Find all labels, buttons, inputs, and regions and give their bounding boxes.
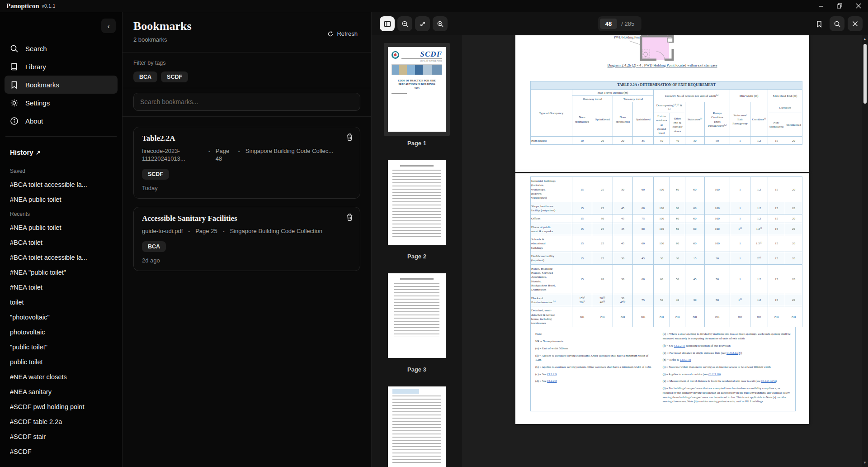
table-row: Healthcare facility (inpatient)152530453… — [531, 252, 802, 265]
bullet-separator: • — [238, 148, 240, 154]
pdf-clause-link[interactable]: Cl.2.2.9 — [547, 372, 557, 376]
thumbnail-page-2[interactable]: Page 2 — [384, 156, 450, 260]
history-item[interactable]: "public toilet" — [10, 343, 112, 351]
pdf-clause-link[interactable]: Cl.2.2.8 — [547, 379, 557, 382]
history-item[interactable]: #BCA toilet accessible la... — [10, 254, 112, 261]
scroll-down-arrow-icon[interactable]: ▼ — [863, 461, 867, 465]
scdf-tagline: The Life Saving Force — [401, 58, 442, 62]
history-item[interactable]: #BCA toilet — [10, 239, 112, 246]
thumbnail-page-1[interactable]: SCDF The Life Saving Force CODE OF PRACT… — [384, 43, 450, 147]
close-viewer-button[interactable] — [848, 16, 863, 31]
page-indicator: 48 / 285 — [598, 16, 642, 31]
history-item[interactable]: #SCDF pwd holding point — [10, 403, 112, 410]
pdf-clause-link[interactable]: Cl.2.3.10 — [708, 372, 720, 376]
zoom-out-icon — [401, 20, 409, 28]
close-window-button[interactable] — [849, 0, 868, 12]
tag-filter-chip[interactable]: BCA — [133, 71, 157, 82]
sidebar-collapse-button[interactable]: ‹ — [101, 19, 116, 33]
table-row: High hazard102020355040305011.21520 — [531, 136, 802, 144]
bookmark-tag[interactable]: SCDF — [142, 169, 169, 180]
bookmark-icon — [816, 20, 823, 28]
pdf-clause-link[interactable]: Cl.2.2.15 — [674, 344, 685, 347]
history-item[interactable]: #NEA "public toilet" — [10, 269, 112, 276]
app-title: Panopticon — [6, 2, 39, 10]
history-item[interactable]: #BCA toilet accessible la... — [10, 181, 112, 188]
search-bookmarks-input[interactable] — [133, 93, 360, 111]
bullet-separator: • — [188, 228, 190, 234]
book-icon — [10, 62, 19, 71]
bookmark-card[interactable]: Table2.2A firecode-2023-111220241013... … — [133, 127, 360, 199]
bookmark-filename: firecode-2023-111220241013... — [142, 148, 203, 163]
sidebar-item-label: About — [25, 117, 43, 125]
history-item[interactable]: photovoltaic — [10, 329, 112, 336]
zoom-in-icon — [437, 20, 444, 28]
table-row: Blocks of flats/maisonettes ⁽ᵏ⁾15⁽ᵍ⁾ 20⁽… — [531, 294, 802, 306]
sidebar-item-bookmarks[interactable]: Bookmarks — [5, 76, 118, 94]
toggle-thumbnails-button[interactable] — [380, 16, 395, 31]
sidebar-item-about[interactable]: About — [5, 112, 118, 130]
zoom-in-button[interactable] — [433, 16, 448, 31]
bookmark-page-button[interactable] — [811, 16, 826, 31]
sidebar-item-settings[interactable]: Settings — [5, 94, 118, 112]
history-recents-list: #NEA public toilet#BCA toilet#BCA toilet… — [10, 224, 112, 455]
pdf-clause-link[interactable]: Cl.9.2.1a(8) — [726, 351, 741, 354]
pdf-clause-link[interactable]: Cl.9.2.1a(5) — [761, 379, 776, 382]
bookmark-tag[interactable]: BCA — [142, 241, 166, 252]
table-note: (u) = Unit of width 500mm — [535, 346, 653, 351]
sidebar-item-library[interactable]: Library — [5, 57, 118, 76]
document-scrollbar[interactable]: ▲ ▼ — [862, 35, 868, 467]
table-notes-right: (e) = Where a door opening is divided by… — [658, 327, 795, 411]
search-document-button[interactable] — [830, 16, 844, 31]
delete-bookmark-button[interactable] — [346, 213, 354, 221]
bookmark-title: Table2.2A — [142, 134, 352, 143]
history-item[interactable]: public toilet — [10, 358, 112, 366]
history-item[interactable]: #NEA water closets — [10, 373, 112, 381]
scroll-up-arrow-icon[interactable]: ▲ — [863, 38, 867, 41]
page-number-input[interactable]: 48 — [600, 19, 617, 29]
thumbnail-page-4[interactable]: Page 4 — [384, 382, 450, 467]
window-titlebar: Panopticon v0.1.1 — [0, 0, 868, 12]
history-item[interactable]: #SCDF — [10, 448, 112, 455]
page-title: Bookmarks — [133, 19, 360, 33]
table-note: (j) = Applies to external corridor (see … — [663, 372, 791, 376]
table-row: Hotels, Boarding Houses, Serviced Apartm… — [531, 264, 802, 294]
thumbnail-sidebar: SCDF The Life Saving Force CODE OF PRACT… — [372, 35, 462, 467]
thumbnail-page-3[interactable]: Page 3 — [384, 269, 450, 373]
tag-filter-chip[interactable]: SCDF — [161, 71, 188, 82]
table-note: (h) = Refer to Cl.9.7.3a — [663, 357, 791, 362]
table-note: (c) = See Cl.2.2.9 — [535, 372, 653, 376]
document-area[interactable]: PWD Holding Point Diagram 2.4.2b (2) - — [462, 35, 868, 467]
refresh-button[interactable]: Refresh — [327, 30, 358, 37]
table-row: Industrial buildings (factories, worksho… — [531, 177, 802, 202]
history-item[interactable]: #NEA public toilet — [10, 224, 112, 231]
diagram-caption: Diagram 2.4.2b (2) - 4 : PWD Holding Poi… — [515, 63, 809, 67]
table-note: (l) = For buildings/ usages/ areas that … — [663, 386, 791, 404]
history-item[interactable]: toilet — [10, 299, 112, 306]
history-item[interactable]: #SCDF stair — [10, 433, 112, 440]
pdf-clause-link[interactable]: Cl.9.7.3a — [680, 358, 691, 361]
pwd-holding-point-diagram — [629, 35, 676, 62]
restore-button[interactable] — [830, 0, 849, 12]
page-total-label: / 285 — [617, 20, 640, 27]
delete-bookmark-button[interactable] — [346, 133, 354, 141]
sidebar-item-label: Bookmarks — [25, 81, 59, 89]
bookmark-card[interactable]: Accessible Sanitary Facilities guide-to-… — [133, 207, 360, 271]
bookmarks-panel: Bookmarks 2 bookmarks Refresh Filter by … — [122, 12, 372, 467]
refresh-icon — [327, 31, 334, 37]
external-link-icon: ↗ — [36, 149, 41, 156]
history-item[interactable]: #NEA toilet — [10, 284, 112, 291]
history-item[interactable]: #NEA public toilet — [10, 196, 112, 203]
history-saved-list: #BCA toilet accessible la...#NEA public … — [10, 181, 112, 203]
history-item[interactable]: #SCDF table 2.2a — [10, 418, 112, 425]
pdf-page-next: Industrial buildings (factories, worksho… — [515, 173, 809, 424]
scrollbar-thumb[interactable] — [863, 44, 867, 104]
table-note: (a) = Applies to corridors serving class… — [535, 353, 653, 362]
minimize-button[interactable] — [811, 0, 830, 12]
history-header[interactable]: History↗ — [10, 148, 112, 156]
fit-to-screen-button[interactable] — [415, 16, 430, 31]
table-row: Schools & educational buildings152545601… — [531, 235, 802, 252]
history-item[interactable]: #NEA sanitary — [10, 388, 112, 396]
history-item[interactable]: "photovoltaic" — [10, 314, 112, 321]
sidebar-item-search[interactable]: Search — [5, 39, 118, 57]
zoom-out-button[interactable] — [397, 16, 412, 31]
